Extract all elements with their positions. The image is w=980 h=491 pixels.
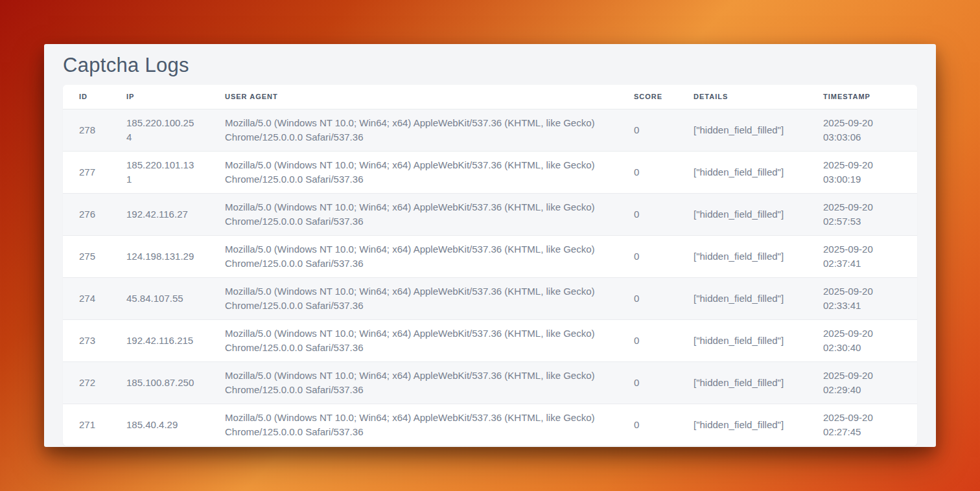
cell-details: ["hidden_field_filled"]: [677, 193, 807, 235]
logs-table-container: IDIPUSER AGENTSCOREDETAILSTIMESTAMP 2781…: [63, 85, 917, 446]
logs-table-head: IDIPUSER AGENTSCOREDETAILSTIMESTAMP: [63, 85, 917, 109]
cell-id: 271: [63, 404, 110, 446]
cell-score: 0: [618, 109, 677, 151]
cell-details: ["hidden_field_filled"]: [677, 319, 807, 361]
cell-id: 274: [63, 277, 110, 319]
cell-id: 276: [63, 193, 110, 235]
cell-id: 275: [63, 235, 110, 277]
logs-table-body: 278185.220.100.254Mozilla/5.0 (Windows N…: [63, 109, 917, 446]
cell-details: ["hidden_field_filled"]: [677, 277, 807, 319]
cell-ip: 185.100.87.250: [110, 361, 209, 404]
cell-ip: 124.198.131.29: [110, 235, 209, 277]
cell-user_agent: Mozilla/5.0 (Windows NT 10.0; Win64; x64…: [209, 361, 618, 404]
cell-score: 0: [618, 277, 677, 319]
cell-ip: 185.220.101.131: [110, 151, 209, 193]
table-header-row: IDIPUSER AGENTSCOREDETAILSTIMESTAMP: [63, 85, 917, 109]
cell-user_agent: Mozilla/5.0 (Windows NT 10.0; Win64; x64…: [209, 193, 618, 235]
cell-timestamp: 2025-09-20 03:03:06: [807, 109, 917, 151]
cell-ip: 192.42.116.215: [110, 319, 209, 361]
cell-score: 0: [618, 361, 677, 404]
cell-user_agent: Mozilla/5.0 (Windows NT 10.0; Win64; x64…: [209, 404, 618, 446]
table-row: 27445.84.107.55Mozilla/5.0 (Windows NT 1…: [63, 277, 917, 319]
logs-table: IDIPUSER AGENTSCOREDETAILSTIMESTAMP 2781…: [63, 85, 917, 446]
cell-timestamp: 2025-09-20 02:27:45: [807, 404, 917, 446]
table-row: 275124.198.131.29Mozilla/5.0 (Windows NT…: [63, 235, 917, 277]
cell-details: ["hidden_field_filled"]: [677, 235, 807, 277]
cell-timestamp: 2025-09-20 02:57:53: [807, 193, 917, 235]
table-row: 278185.220.100.254Mozilla/5.0 (Windows N…: [63, 109, 917, 151]
table-row: 271185.40.4.29Mozilla/5.0 (Windows NT 10…: [63, 404, 917, 446]
cell-id: 272: [63, 361, 110, 404]
cell-timestamp: 2025-09-20 02:29:40: [807, 361, 917, 404]
cell-details: ["hidden_field_filled"]: [677, 151, 807, 193]
cell-ip: 192.42.116.27: [110, 193, 209, 235]
column-header-details: DETAILS: [677, 85, 807, 109]
column-header-ip: IP: [110, 85, 209, 109]
cell-score: 0: [618, 404, 677, 446]
table-row: 273192.42.116.215Mozilla/5.0 (Windows NT…: [63, 319, 917, 361]
cell-user_agent: Mozilla/5.0 (Windows NT 10.0; Win64; x64…: [209, 319, 618, 361]
column-header-timestamp: TIMESTAMP: [807, 85, 917, 109]
page-title: Captcha Logs: [63, 54, 917, 76]
cell-timestamp: 2025-09-20 02:30:40: [807, 319, 917, 361]
cell-ip: 45.84.107.55: [110, 277, 209, 319]
captcha-logs-card: Captcha Logs IDIPUSER AGENTSCOREDETAILST…: [44, 44, 936, 447]
cell-user_agent: Mozilla/5.0 (Windows NT 10.0; Win64; x64…: [209, 235, 618, 277]
cell-score: 0: [618, 193, 677, 235]
cell-user_agent: Mozilla/5.0 (Windows NT 10.0; Win64; x64…: [209, 277, 618, 319]
cell-details: ["hidden_field_filled"]: [677, 109, 807, 151]
table-row: 276192.42.116.27Mozilla/5.0 (Windows NT …: [63, 193, 917, 235]
cell-id: 278: [63, 109, 110, 151]
column-header-score: SCORE: [618, 85, 677, 109]
cell-ip: 185.40.4.29: [110, 404, 209, 446]
cell-score: 0: [618, 319, 677, 361]
cell-details: ["hidden_field_filled"]: [677, 361, 807, 404]
table-row: 277185.220.101.131Mozilla/5.0 (Windows N…: [63, 151, 917, 193]
cell-score: 0: [618, 151, 677, 193]
column-header-id: ID: [63, 85, 110, 109]
cell-id: 273: [63, 319, 110, 361]
cell-details: ["hidden_field_filled"]: [677, 404, 807, 446]
table-row: 272185.100.87.250Mozilla/5.0 (Windows NT…: [63, 361, 917, 404]
cell-ip: 185.220.100.254: [110, 109, 209, 151]
cell-user_agent: Mozilla/5.0 (Windows NT 10.0; Win64; x64…: [209, 151, 618, 193]
cell-timestamp: 2025-09-20 02:33:41: [807, 277, 917, 319]
column-header-user_agent: USER AGENT: [209, 85, 618, 109]
cell-timestamp: 2025-09-20 02:37:41: [807, 235, 917, 277]
cell-user_agent: Mozilla/5.0 (Windows NT 10.0; Win64; x64…: [209, 109, 618, 151]
cell-score: 0: [618, 235, 677, 277]
cell-id: 277: [63, 151, 110, 193]
cell-timestamp: 2025-09-20 03:00:19: [807, 151, 917, 193]
